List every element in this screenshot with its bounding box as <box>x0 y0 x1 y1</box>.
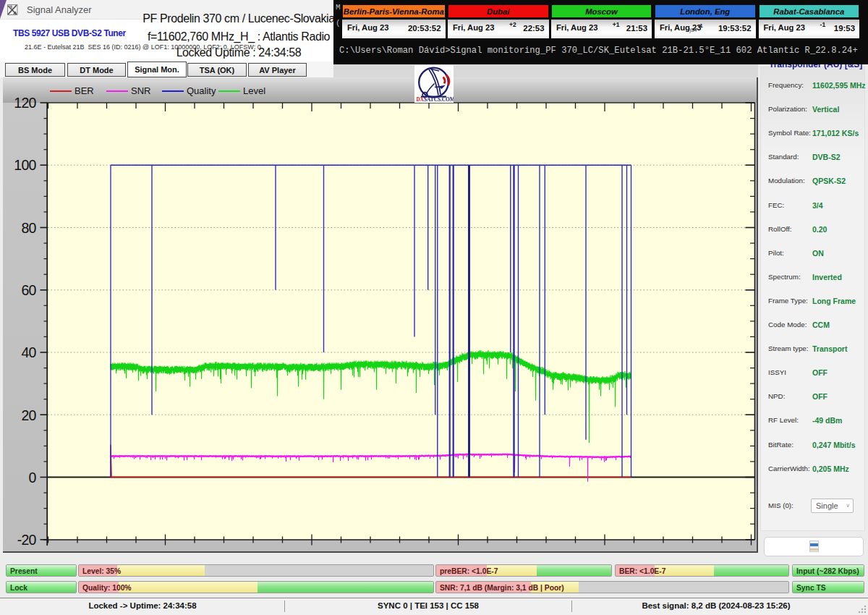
svg-text:DXSATCS.COM: DXSATCS.COM <box>417 96 454 103</box>
svg-text:-20: -20 <box>17 532 37 548</box>
svg-text:120: 120 <box>14 95 36 111</box>
svg-text:40: 40 <box>21 344 36 360</box>
svg-text:0: 0 <box>28 470 36 485</box>
svg-text:20: 20 <box>21 407 36 423</box>
svg-text:80: 80 <box>21 220 36 236</box>
svg-text:60: 60 <box>21 282 36 298</box>
svg-text:100: 100 <box>14 157 36 173</box>
